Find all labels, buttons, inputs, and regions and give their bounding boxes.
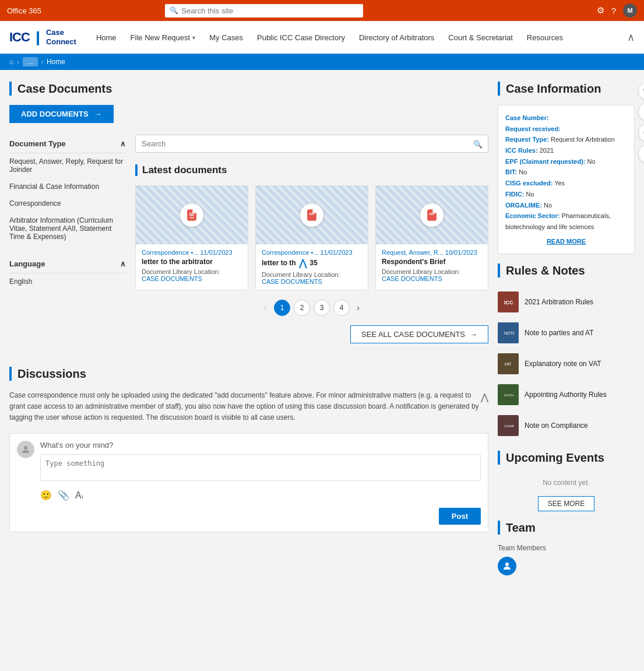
user-avatar[interactable]: M xyxy=(623,3,637,17)
read-more-link[interactable]: READ MORE xyxy=(505,236,627,247)
doc-card-3[interactable]: PDF Request, Answer, R... 10/01/2023 Res… xyxy=(375,185,488,290)
doc-card-1[interactable]: PDF Correspondence •... 11/01/2023 lette… xyxy=(135,185,248,290)
pdf-icon-1: PDF xyxy=(180,203,203,227)
rules-notes-header: Rules & Notes xyxy=(498,264,635,277)
filter-language-chevron: ∧ xyxy=(120,259,126,268)
case-info-section-header: Case Information xyxy=(498,82,635,96)
doc-card-3-title: Respondent's Brief xyxy=(382,258,482,266)
see-all-arrow-icon: → xyxy=(470,330,477,339)
svg-text:ICC: ICC xyxy=(504,300,513,305)
doc-card-2[interactable]: PDF Correspondence •... 11/01/2023 lette… xyxy=(255,185,368,290)
sidebar-search-btn[interactable]: 🔍 xyxy=(638,82,644,100)
sidebar-star-btn[interactable]: ☆ xyxy=(638,103,644,121)
page-4-btn[interactable]: 4 xyxy=(333,300,350,316)
filter-doctype-header[interactable]: Document Type ∧ xyxy=(9,135,126,153)
rules-thumb-compliance: COMP xyxy=(498,415,519,436)
emoji-icon[interactable]: 🙂 xyxy=(40,490,52,501)
settings-icon[interactable]: ⚙ xyxy=(597,5,604,16)
svg-text:PDF: PDF xyxy=(309,213,314,216)
filter-language-header[interactable]: Language ∧ xyxy=(9,255,126,273)
rules-item-2021[interactable]: ICC 2021 Arbitration Rules xyxy=(498,287,635,318)
case-info-line xyxy=(498,82,500,96)
filter-item-request[interactable]: Request, Answer, Reply, Request for Join… xyxy=(9,153,126,178)
next-page-btn[interactable]: › xyxy=(353,300,363,315)
epf-val: No xyxy=(587,158,596,165)
nav-my-cases[interactable]: My Cases xyxy=(203,30,249,45)
nav-court-secretariat[interactable]: Court & Secretariat xyxy=(442,30,519,45)
bit-val: No xyxy=(519,168,527,175)
doc-search-area: 🔍 xyxy=(135,135,488,153)
see-all-case-docs-button[interactable]: SEE ALL CASE DOCUMENTS → xyxy=(350,325,488,343)
prev-page-btn[interactable]: ‹ xyxy=(261,300,270,315)
upcoming-events-section: Upcoming Events No content yet. SEE MORE xyxy=(498,451,635,511)
top-bar: Office 365 🔍 ⚙ ? M xyxy=(0,0,644,21)
bit-row: BIT: No xyxy=(505,167,627,178)
right-sidebar: 🔍 ☆ 👁 ⚙ Case Information Case Number: Re… xyxy=(498,82,635,575)
filter-language-label: Language xyxy=(9,259,45,268)
nav-public-case-directory[interactable]: Public ICC Case Directory xyxy=(251,30,351,45)
orgalime-val: No xyxy=(544,202,552,209)
discussion-textarea[interactable] xyxy=(40,454,481,481)
nav-right: ∧ xyxy=(627,31,635,44)
post-button[interactable]: Post xyxy=(439,508,481,525)
doc-card-3-type: Request, Answer, R... 10/01/2023 xyxy=(382,249,482,256)
sidebar-gear-btn[interactable]: ⚙ xyxy=(638,145,644,163)
chevron-down-icon: ▾ xyxy=(192,34,195,41)
expand-icon[interactable]: ⋀ xyxy=(299,258,307,269)
economic-row: Economic Sector: Pharmaceuticals, biotec… xyxy=(505,210,627,232)
filter-doc-area: Document Type ∧ Request, Answer, Reply, … xyxy=(9,135,488,348)
filter-item-correspondence[interactable]: Correspondence xyxy=(9,195,126,212)
doc-card-3-location-link[interactable]: CASE DOCUMENTS xyxy=(382,275,442,282)
breadcrumb-middle[interactable]: ... xyxy=(23,57,38,66)
discussion-toolbar: 🙂 📎 Aᵢ xyxy=(40,487,481,503)
attachment-icon[interactable]: 📎 xyxy=(58,490,69,501)
page-3-btn[interactable]: 3 xyxy=(314,300,330,316)
cisg-val: Yes xyxy=(554,180,565,187)
cisg-label: CISG excluded: xyxy=(505,180,552,187)
team-title: Team xyxy=(506,521,536,535)
team-section-header: Team xyxy=(498,521,635,535)
page-1-btn[interactable]: 1 xyxy=(274,300,290,316)
nav-expand-icon[interactable]: ∧ xyxy=(627,31,635,44)
doc-card-1-location-link[interactable]: CASE DOCUMENTS xyxy=(142,275,202,282)
doc-card-2-location-link[interactable]: CASE DOCUMENTS xyxy=(262,278,322,285)
rules-item-appointing[interactable]: AUTH Appointing Authority Rules xyxy=(498,380,635,410)
nav-directory-arbitrators[interactable]: Directory of Arbitrators xyxy=(353,30,440,45)
filter-item-english[interactable]: English xyxy=(9,273,126,290)
rules-item-explanatory-vat[interactable]: VAT Explanatory note on VAT xyxy=(498,349,635,380)
nav-home[interactable]: Home xyxy=(90,30,122,45)
collapse-icon[interactable]: ⋀ xyxy=(481,390,488,405)
case-info-card: Case Number: Request received: Request T… xyxy=(498,105,635,254)
rules-notes-section: Rules & Notes ICC 2021 Arbitration Rules… xyxy=(498,264,635,441)
filter-section-language: Language ∧ English xyxy=(9,255,126,290)
discussions-line xyxy=(9,367,12,381)
request-received-row: Request received: xyxy=(505,124,627,135)
sidebar-eye-btn[interactable]: 👁 xyxy=(638,124,644,142)
pdf-icon-2: PDF xyxy=(300,203,323,227)
request-type-row: Request Type: Request for Arbitration xyxy=(505,134,627,145)
team-member-avatar[interactable] xyxy=(498,557,516,575)
add-documents-button[interactable]: ADD DOCUMENTS → xyxy=(9,105,114,123)
filter-item-financial[interactable]: Financial & Case Information xyxy=(9,178,126,195)
nav-file-new-request[interactable]: File New Request ▾ xyxy=(125,30,202,45)
breadcrumb-chevron-1: › xyxy=(17,59,19,65)
see-more-button[interactable]: SEE MORE xyxy=(538,496,594,511)
doc-search-input[interactable] xyxy=(135,135,488,153)
doc-card-3-body: Request, Answer, R... 10/01/2023 Respond… xyxy=(376,244,488,287)
filter-item-arbitrator[interactable]: Arbitrator Information (Curriculum Vitae… xyxy=(9,212,126,245)
discussions-title: Discussions xyxy=(17,367,86,381)
help-icon[interactable]: ? xyxy=(611,6,616,16)
format-icon[interactable]: Aᵢ xyxy=(75,490,83,501)
page-2-btn[interactable]: 2 xyxy=(294,300,310,316)
rules-item-compliance[interactable]: COMP Note on Compliance xyxy=(498,410,635,441)
doc-card-1-body: Correspondence •... 11/01/2023 letter to… xyxy=(136,244,248,287)
doc-card-3-location: Document Library Location: CASE DOCUMENT… xyxy=(382,268,482,282)
see-all-label: SEE ALL CASE DOCUMENTS xyxy=(361,330,465,339)
discussion-input-area: What's on your mind? 🙂 📎 Aᵢ Post xyxy=(9,433,488,532)
nav-resources[interactable]: Resources xyxy=(521,30,569,45)
rules-item-note-parties[interactable]: NOTE Note to parties and AT xyxy=(498,318,635,349)
home-breadcrumb-icon[interactable]: ⌂ xyxy=(9,58,13,66)
top-search-input[interactable] xyxy=(165,4,363,17)
doc-card-2-body: Correspondence •... 11/01/2023 letter to… xyxy=(256,244,368,290)
epf-label: EPF (Claimant requested): xyxy=(505,158,586,165)
